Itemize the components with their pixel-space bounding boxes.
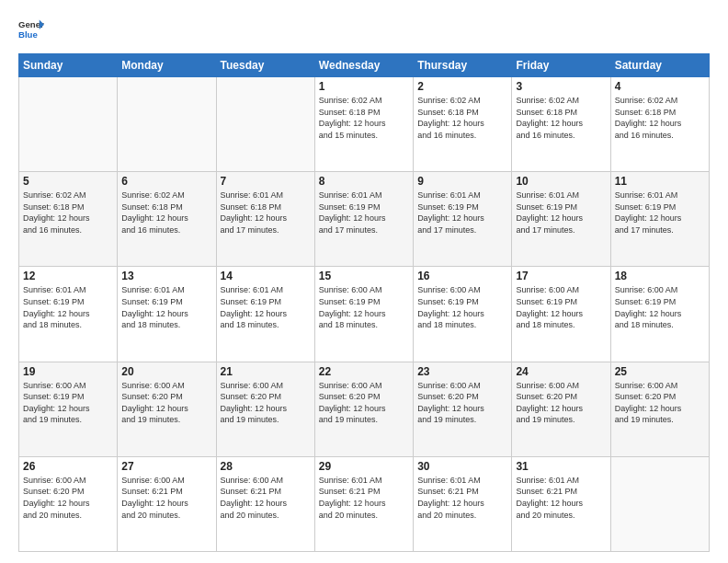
calendar-cell: 31Sunrise: 6:01 AMSunset: 6:21 PMDayligh… xyxy=(512,456,610,551)
day-info: Sunrise: 6:00 AMSunset: 6:20 PMDaylight:… xyxy=(516,380,606,426)
calendar-cell: 8Sunrise: 6:01 AMSunset: 6:19 PMDaylight… xyxy=(314,172,413,267)
calendar-cell: 25Sunrise: 6:00 AMSunset: 6:20 PMDayligh… xyxy=(610,362,709,456)
day-number: 31 xyxy=(516,460,606,473)
day-of-week-header: Friday xyxy=(512,54,610,77)
day-info: Sunrise: 6:01 AMSunset: 6:19 PMDaylight:… xyxy=(615,190,705,236)
calendar-cell xyxy=(19,77,118,172)
svg-text:Blue: Blue xyxy=(18,29,38,40)
logo: General Blue xyxy=(18,17,44,42)
calendar-cell: 23Sunrise: 6:00 AMSunset: 6:20 PMDayligh… xyxy=(414,362,512,456)
day-number: 5 xyxy=(23,175,113,188)
day-number: 6 xyxy=(121,175,211,188)
day-number: 11 xyxy=(615,175,705,188)
day-of-week-header: Sunday xyxy=(19,54,118,77)
day-info: Sunrise: 6:02 AMSunset: 6:18 PMDaylight:… xyxy=(23,190,113,236)
day-info: Sunrise: 6:01 AMSunset: 6:19 PMDaylight:… xyxy=(417,190,507,236)
day-number: 18 xyxy=(615,270,705,282)
day-number: 23 xyxy=(417,365,507,378)
day-info: Sunrise: 6:00 AMSunset: 6:21 PMDaylight:… xyxy=(221,475,311,521)
day-number: 4 xyxy=(615,80,705,93)
day-number: 29 xyxy=(319,460,409,473)
calendar-cell: 1Sunrise: 6:02 AMSunset: 6:18 PMDaylight… xyxy=(314,77,413,172)
day-info: Sunrise: 6:00 AMSunset: 6:20 PMDaylight:… xyxy=(23,475,113,521)
day-of-week-header: Wednesday xyxy=(314,54,413,77)
calendar-cell: 3Sunrise: 6:02 AMSunset: 6:18 PMDaylight… xyxy=(512,77,610,172)
header: General Blue xyxy=(18,17,710,42)
calendar-cell: 11Sunrise: 6:01 AMSunset: 6:19 PMDayligh… xyxy=(610,172,709,267)
calendar-cell xyxy=(118,77,216,172)
calendar-cell: 2Sunrise: 6:02 AMSunset: 6:18 PMDaylight… xyxy=(414,77,512,172)
day-number: 17 xyxy=(516,270,606,282)
day-info: Sunrise: 6:02 AMSunset: 6:18 PMDaylight:… xyxy=(417,95,507,141)
day-info: Sunrise: 6:01 AMSunset: 6:19 PMDaylight:… xyxy=(516,190,606,236)
day-number: 3 xyxy=(516,80,606,93)
day-number: 15 xyxy=(319,270,409,282)
day-of-week-header: Saturday xyxy=(610,54,709,77)
day-info: Sunrise: 6:01 AMSunset: 6:21 PMDaylight:… xyxy=(417,475,507,521)
day-number: 14 xyxy=(221,270,311,282)
calendar-cell: 28Sunrise: 6:00 AMSunset: 6:21 PMDayligh… xyxy=(216,456,314,551)
calendar-cell: 5Sunrise: 6:02 AMSunset: 6:18 PMDaylight… xyxy=(19,172,118,267)
day-info: Sunrise: 6:02 AMSunset: 6:18 PMDaylight:… xyxy=(121,190,211,236)
calendar-cell: 19Sunrise: 6:00 AMSunset: 6:19 PMDayligh… xyxy=(19,362,118,456)
calendar-cell xyxy=(610,456,709,551)
day-info: Sunrise: 6:01 AMSunset: 6:18 PMDaylight:… xyxy=(221,190,311,236)
day-info: Sunrise: 6:00 AMSunset: 6:19 PMDaylight:… xyxy=(615,284,705,330)
calendar-week-row: 12Sunrise: 6:01 AMSunset: 6:19 PMDayligh… xyxy=(19,267,710,362)
calendar-cell: 4Sunrise: 6:02 AMSunset: 6:18 PMDaylight… xyxy=(610,77,709,172)
day-number: 20 xyxy=(121,365,211,378)
day-info: Sunrise: 6:00 AMSunset: 6:19 PMDaylight:… xyxy=(417,284,507,330)
calendar-cell: 30Sunrise: 6:01 AMSunset: 6:21 PMDayligh… xyxy=(414,456,512,551)
day-number: 8 xyxy=(319,175,409,188)
calendar-cell: 27Sunrise: 6:00 AMSunset: 6:21 PMDayligh… xyxy=(118,456,216,551)
day-info: Sunrise: 6:00 AMSunset: 6:20 PMDaylight:… xyxy=(615,380,705,426)
calendar-cell xyxy=(216,77,314,172)
day-number: 30 xyxy=(417,460,507,473)
calendar-cell: 7Sunrise: 6:01 AMSunset: 6:18 PMDaylight… xyxy=(216,172,314,267)
day-number: 28 xyxy=(221,460,311,473)
day-of-week-header: Thursday xyxy=(414,54,512,77)
day-info: Sunrise: 6:01 AMSunset: 6:21 PMDaylight:… xyxy=(319,475,409,521)
day-info: Sunrise: 6:00 AMSunset: 6:21 PMDaylight:… xyxy=(121,475,211,521)
day-number: 7 xyxy=(221,175,311,188)
calendar-week-row: 1Sunrise: 6:02 AMSunset: 6:18 PMDaylight… xyxy=(19,77,710,172)
day-of-week-header: Monday xyxy=(118,54,216,77)
calendar-header-row: SundayMondayTuesdayWednesdayThursdayFrid… xyxy=(19,54,710,77)
day-info: Sunrise: 6:00 AMSunset: 6:19 PMDaylight:… xyxy=(516,284,606,330)
day-info: Sunrise: 6:01 AMSunset: 6:19 PMDaylight:… xyxy=(221,284,311,330)
calendar-week-row: 5Sunrise: 6:02 AMSunset: 6:18 PMDaylight… xyxy=(19,172,710,267)
day-number: 22 xyxy=(319,365,409,378)
calendar-cell: 22Sunrise: 6:00 AMSunset: 6:20 PMDayligh… xyxy=(314,362,413,456)
calendar-table: SundayMondayTuesdayWednesdayThursdayFrid… xyxy=(18,53,710,552)
day-info: Sunrise: 6:00 AMSunset: 6:19 PMDaylight:… xyxy=(319,284,409,330)
day-info: Sunrise: 6:01 AMSunset: 6:19 PMDaylight:… xyxy=(23,284,113,330)
calendar-cell: 20Sunrise: 6:00 AMSunset: 6:20 PMDayligh… xyxy=(118,362,216,456)
calendar-cell: 29Sunrise: 6:01 AMSunset: 6:21 PMDayligh… xyxy=(314,456,413,551)
calendar-cell: 21Sunrise: 6:00 AMSunset: 6:20 PMDayligh… xyxy=(216,362,314,456)
day-number: 2 xyxy=(417,80,507,93)
day-number: 26 xyxy=(23,460,113,473)
calendar-cell: 24Sunrise: 6:00 AMSunset: 6:20 PMDayligh… xyxy=(512,362,610,456)
day-number: 25 xyxy=(615,365,705,378)
calendar-cell: 6Sunrise: 6:02 AMSunset: 6:18 PMDaylight… xyxy=(118,172,216,267)
day-of-week-header: Tuesday xyxy=(216,54,314,77)
day-info: Sunrise: 6:02 AMSunset: 6:18 PMDaylight:… xyxy=(615,95,705,141)
day-number: 12 xyxy=(23,270,113,282)
day-number: 21 xyxy=(221,365,311,378)
day-number: 24 xyxy=(516,365,606,378)
day-number: 16 xyxy=(417,270,507,282)
calendar-cell: 10Sunrise: 6:01 AMSunset: 6:19 PMDayligh… xyxy=(512,172,610,267)
calendar-cell: 15Sunrise: 6:00 AMSunset: 6:19 PMDayligh… xyxy=(314,267,413,362)
day-info: Sunrise: 6:00 AMSunset: 6:20 PMDaylight:… xyxy=(417,380,507,426)
day-number: 13 xyxy=(121,270,211,282)
calendar-cell: 12Sunrise: 6:01 AMSunset: 6:19 PMDayligh… xyxy=(19,267,118,362)
day-number: 1 xyxy=(319,80,409,93)
day-number: 9 xyxy=(417,175,507,188)
day-info: Sunrise: 6:01 AMSunset: 6:19 PMDaylight:… xyxy=(319,190,409,236)
calendar-cell: 14Sunrise: 6:01 AMSunset: 6:19 PMDayligh… xyxy=(216,267,314,362)
calendar-cell: 16Sunrise: 6:00 AMSunset: 6:19 PMDayligh… xyxy=(414,267,512,362)
day-info: Sunrise: 6:00 AMSunset: 6:20 PMDaylight:… xyxy=(221,380,311,426)
calendar-cell: 13Sunrise: 6:01 AMSunset: 6:19 PMDayligh… xyxy=(118,267,216,362)
day-number: 19 xyxy=(23,365,113,378)
calendar-week-row: 26Sunrise: 6:00 AMSunset: 6:20 PMDayligh… xyxy=(19,456,710,551)
